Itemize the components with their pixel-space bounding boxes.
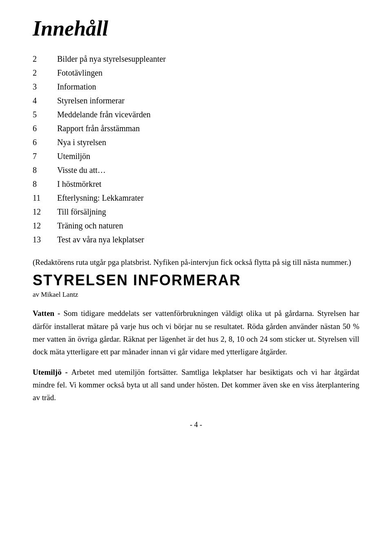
toc-row: 6Nya i styrelsen	[33, 135, 359, 149]
toc-label: Styrelsen informerar	[57, 94, 359, 107]
section-body: Vatten - Som tidigare meddelats ser vatt…	[33, 307, 359, 404]
toc-label: Bilder på nya styrelsesuppleanter	[57, 52, 359, 66]
toc-row: 2Bilder på nya styrelsesuppleanter	[33, 52, 359, 66]
toc-number: 2	[33, 66, 57, 80]
toc-label: Rapport från årsstämman	[57, 121, 359, 135]
toc-number: 6	[33, 135, 57, 149]
toc-number: 2	[33, 52, 57, 66]
toc-number: 12	[33, 219, 57, 233]
page-number: - 4 -	[33, 421, 359, 429]
toc-row: 8Visste du att…	[33, 163, 359, 177]
toc-number: 5	[33, 107, 57, 121]
toc-label: Efterlysning: Lekkamrater	[57, 191, 359, 205]
toc-label: Information	[57, 80, 359, 94]
body-paragraph: Utemiljö - Arbetet med utemiljön fortsät…	[33, 366, 359, 404]
toc-note: (Redaktörens ruta utgår pga platsbrist. …	[33, 256, 359, 269]
toc-table: 2Bilder på nya styrelsesuppleanter2Fotot…	[33, 52, 359, 246]
toc-row: 12Träning och naturen	[33, 219, 359, 233]
toc-number: 4	[33, 94, 57, 107]
toc-label: Nya i styrelsen	[57, 135, 359, 149]
toc-label: Meddelande från vicevärden	[57, 107, 359, 121]
toc-row: 5Meddelande från vicevärden	[33, 107, 359, 121]
toc-row: 3Information	[33, 80, 359, 94]
toc-label: Fototävlingen	[57, 66, 359, 80]
toc-number: 13	[33, 233, 57, 246]
toc-number: 8	[33, 177, 57, 191]
toc-row: 4Styrelsen informerar	[33, 94, 359, 107]
toc-number: 11	[33, 191, 57, 205]
page-title: Innehåll	[33, 16, 359, 40]
toc-row: 2Fototävlingen	[33, 66, 359, 80]
toc-label: Till försäljning	[57, 205, 359, 219]
toc-row: 8I höstmörkret	[33, 177, 359, 191]
body-paragraph: Vatten - Som tidigare meddelats ser vatt…	[33, 307, 359, 358]
toc-number: 3	[33, 80, 57, 94]
toc-row: 13Test av våra nya lekplatser	[33, 233, 359, 246]
toc-label: Träning och naturen	[57, 219, 359, 233]
toc-row: 7Utemiljön	[33, 149, 359, 163]
toc-row: 11Efterlysning: Lekkamrater	[33, 191, 359, 205]
toc-number: 7	[33, 149, 57, 163]
toc-label: I höstmörkret	[57, 177, 359, 191]
toc-row: 12Till försäljning	[33, 205, 359, 219]
toc-row: 6Rapport från årsstämman	[33, 121, 359, 135]
section-heading: Styrelsen informerar	[33, 272, 359, 289]
toc-label: Visste du att…	[57, 163, 359, 177]
toc-number: 6	[33, 121, 57, 135]
toc-label: Test av våra nya lekplatser	[57, 233, 359, 246]
toc-label: Utemiljön	[57, 149, 359, 163]
toc-number: 8	[33, 163, 57, 177]
toc-number: 12	[33, 205, 57, 219]
section-byline: av Mikael Lantz	[33, 291, 359, 299]
